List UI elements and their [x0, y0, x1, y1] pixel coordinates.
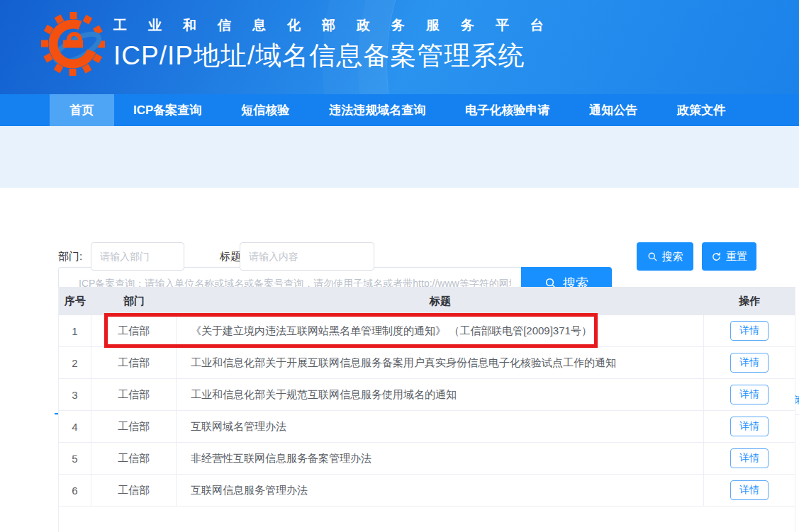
detail-button[interactable]: 详情	[730, 321, 769, 341]
table-row: 5 工信部 非经营性互联网信息服务备案管理办法 详情	[59, 443, 795, 475]
col-header-dept: 部门	[91, 287, 177, 315]
detail-button[interactable]: 详情	[730, 448, 769, 468]
col-header-action: 操作	[704, 287, 795, 315]
table-row: 6 工信部 互联网信息服务管理办法 详情	[59, 475, 795, 506]
cell-title: 工业和信息化部关于开展互联网信息服务备案用户真实身份信息电子化核验试点工作的通知	[177, 347, 704, 378]
table-row: 3 工信部 工业和信息化部关于规范互联网信息服务使用域名的通知 详情	[59, 379, 795, 411]
cell-title: 互联网域名管理办法	[177, 411, 704, 442]
table-header-row: 序号 部门 标题 操作	[59, 287, 795, 315]
cell-dept: 工信部	[91, 443, 177, 474]
section-header: 政策文件 首页 > 政策文件	[0, 188, 799, 227]
miit-logo-icon	[40, 11, 106, 77]
col-header-no: 序号	[59, 287, 91, 315]
policy-table: 序号 部门 标题 操作 1 工信部 《关于建立境内违法互联网站黑名单管理制度的通…	[58, 287, 795, 532]
search-icon	[647, 251, 658, 262]
icp-search-strip: 搜索 网站 APP 小程序 快应用	[0, 126, 799, 188]
cell-no: 3	[59, 379, 91, 410]
platform-subtitle: 工业和信息化部政务服务平台	[113, 17, 565, 34]
dept-filter-label: 部门:	[58, 250, 82, 264]
nav-tab-e-verify-apply[interactable]: 电子化核验申请	[465, 94, 549, 126]
cell-no: 6	[59, 475, 91, 506]
filter-search-label: 搜索	[662, 250, 683, 264]
nav-tab-home[interactable]: 首页	[50, 94, 114, 126]
col-header-title: 标题	[177, 287, 704, 315]
table-row: 2 工信部 工业和信息化部关于开展互联网信息服务备案用户真实身份信息电子化核验试…	[59, 347, 795, 379]
refresh-icon	[711, 251, 722, 262]
cell-dept: 工信部	[91, 411, 177, 442]
nav-tab-sms-verify[interactable]: 短信核验	[241, 94, 289, 126]
detail-button[interactable]: 详情	[730, 353, 769, 373]
cell-title: 非经营性互联网信息服务备案管理办法	[177, 443, 704, 474]
cell-no: 2	[59, 347, 91, 378]
nav-tab-illegal-domain-query[interactable]: 违法违规域名查询	[329, 94, 425, 126]
cell-dept: 工信部	[91, 315, 177, 346]
dept-filter-input[interactable]	[91, 242, 184, 271]
cell-dept: 工信部	[91, 475, 177, 506]
table-row: 4 工信部 互联网域名管理办法 详情	[59, 411, 795, 443]
table-row: 1 工信部 《关于建立境内违法互联网站黑名单管理制度的通知》 （工信部联电管[2…	[59, 315, 795, 347]
nav-tab-policy-files[interactable]: 政策文件	[677, 94, 725, 126]
cell-title: 互联网信息服务管理办法	[177, 475, 704, 506]
detail-button[interactable]: 详情	[730, 480, 769, 500]
filter-reset-label: 重置	[726, 250, 747, 264]
cell-title: 工业和信息化部关于规范互联网信息服务使用域名的通知	[177, 379, 704, 410]
main-navigation: 首页 ICP备案查询 短信核验 违法违规域名查询 电子化核验申请 通知公告 政策…	[0, 94, 799, 126]
nav-tab-notices[interactable]: 通知公告	[589, 94, 637, 126]
filter-reset-button[interactable]: 重置	[702, 242, 756, 271]
cell-dept: 工信部	[91, 379, 177, 410]
cell-no: 4	[59, 411, 91, 442]
cell-dept: 工信部	[91, 347, 177, 378]
cell-title: 《关于建立境内违法互联网站黑名单管理制度的通知》 （工信部联电管[2009]37…	[177, 315, 704, 346]
cell-no: 5	[59, 443, 91, 474]
detail-button[interactable]: 详情	[730, 417, 769, 436]
cell-no: 1	[59, 315, 91, 346]
nav-tab-icp-query[interactable]: ICP备案查询	[133, 94, 201, 126]
system-title: ICP/IP地址/域名信息备案管理系统	[113, 40, 565, 72]
title-filter-input[interactable]	[240, 242, 374, 271]
page-header: 工业和信息化部政务服务平台 ICP/IP地址/域名信息备案管理系统	[0, 0, 799, 94]
filter-search-button[interactable]: 搜索	[637, 242, 693, 271]
detail-button[interactable]: 详情	[730, 385, 769, 404]
